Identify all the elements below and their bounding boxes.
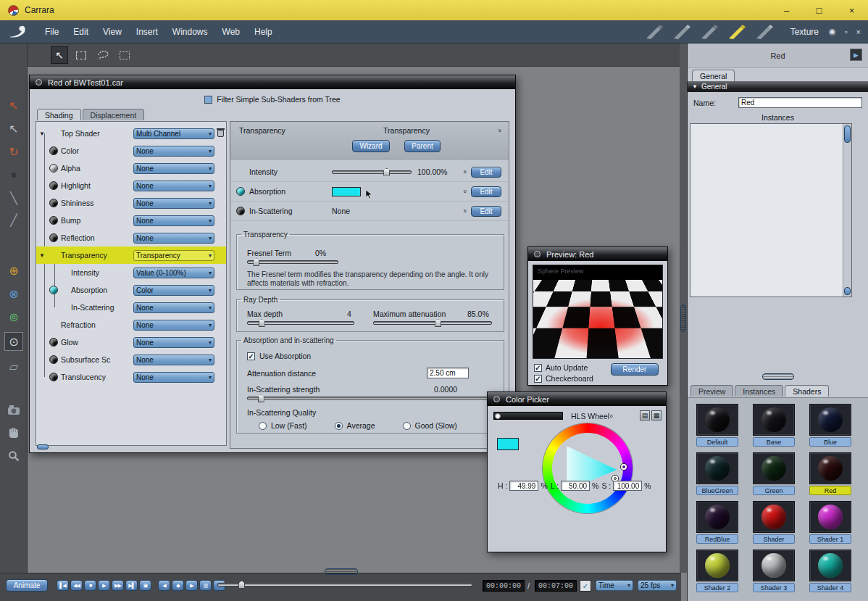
absorption-color-swatch[interactable] <box>332 187 361 196</box>
hue-marker[interactable] <box>621 464 627 470</box>
max-depth-slider[interactable] <box>247 321 354 325</box>
quality-option[interactable]: Good (Slow) <box>403 421 457 430</box>
tree-row[interactable]: ▼ Glow None▾ <box>36 333 226 351</box>
shader-label[interactable]: Red <box>809 486 851 495</box>
quality-option[interactable]: Average <box>335 421 375 430</box>
menu-item[interactable]: Help <box>247 27 280 37</box>
animate-button[interactable]: Animate <box>6 579 48 592</box>
tree-row-dropdown[interactable]: None▾ <box>133 215 214 226</box>
tab-general[interactable]: General <box>692 70 735 81</box>
use-absorption-checkbox[interactable]: ✓ <box>247 352 255 360</box>
tree-row[interactable]: ▼ Shininess None▾ <box>36 194 226 212</box>
shader-item[interactable]: Shader <box>753 501 795 544</box>
fresnel-slider[interactable] <box>247 260 338 264</box>
picker-mode-dropdown[interactable]: HLS Wheel » <box>569 410 635 421</box>
storyboard-room-icon[interactable] <box>699 23 721 41</box>
window-shade-button[interactable] <box>493 396 500 402</box>
window-shade-button[interactable] <box>36 79 42 86</box>
shader-label[interactable]: Blue <box>809 437 851 447</box>
camera-tool[interactable] <box>4 400 23 419</box>
preview-titlebar[interactable]: Preview: Red <box>528 247 667 261</box>
rotate-tool[interactable]: ↻ <box>4 142 23 161</box>
browser-tab[interactable]: Preview <box>690 385 733 397</box>
shader-item[interactable]: Blue <box>809 404 851 447</box>
inscattering-edit-button[interactable]: Edit <box>471 206 501 217</box>
tree-row-dropdown[interactable]: Multi Channel▾ <box>133 128 214 139</box>
tree-row-dropdown[interactable]: None▾ <box>133 181 214 191</box>
intensity-edit-button[interactable]: Edit <box>471 167 501 178</box>
tree-row[interactable]: ▼ Translucency None▾ <box>36 368 226 386</box>
hue-wheel[interactable] <box>543 423 633 513</box>
menu-item[interactable]: Insert <box>129 27 165 37</box>
radio-icon[interactable] <box>259 422 267 430</box>
timeline-scrubber[interactable] <box>217 583 472 587</box>
render-button[interactable]: Render <box>611 363 659 376</box>
chevron-down-icon[interactable]: » <box>461 170 468 173</box>
tree-row[interactable]: ▼ Bump None▾ <box>36 212 226 229</box>
minimize-button[interactable]: – <box>770 5 803 16</box>
maximize-button[interactable]: □ <box>803 5 835 16</box>
filter-subshaders-checkbox[interactable] <box>204 96 212 104</box>
auto-update-checkbox[interactable]: ✓ <box>534 364 542 372</box>
preview-image[interactable]: Sphere Preview <box>533 265 663 359</box>
expander-icon[interactable]: ▼ <box>39 252 49 259</box>
fps-dropdown[interactable]: 25 fps▾ <box>638 580 677 591</box>
menu-item[interactable]: View <box>96 27 129 37</box>
shader-label[interactable]: Shader 2 <box>696 583 738 592</box>
knife-tool[interactable]: ╱ <box>4 210 23 229</box>
menu-item[interactable]: Edit <box>66 27 96 37</box>
tree-row-dropdown[interactable]: None▾ <box>133 372 214 383</box>
timeline-mode-toggle[interactable]: ✓ <box>580 580 591 592</box>
tree-row-dropdown[interactable]: None▾ <box>133 233 214 244</box>
palette-button[interactable]: ▦ <box>651 410 662 420</box>
radio-icon[interactable] <box>335 422 343 430</box>
lasso-select-tool[interactable] <box>94 46 112 64</box>
shader-label[interactable]: Shader <box>753 534 795 544</box>
shader-item[interactable]: RedBlue <box>696 501 738 544</box>
tree-row-dropdown[interactable]: Value (0-100%)▾ <box>133 268 214 278</box>
current-time-field[interactable]: 00:00:00 <box>483 580 525 592</box>
general-section-bar[interactable]: ▼ General <box>688 81 868 92</box>
shader-name-input[interactable] <box>738 97 862 108</box>
shader-thumbnail[interactable] <box>809 404 851 436</box>
gizmo-rotate-tool[interactable]: ⊚ <box>4 307 23 326</box>
move-tool[interactable]: ↖ <box>4 119 23 138</box>
shader-item[interactable]: Green <box>753 452 795 495</box>
document-tab[interactable]: Shading <box>37 109 81 120</box>
tree-row-dropdown[interactable]: Transparency▾ <box>133 250 214 261</box>
shader-item[interactable]: Shader 3 <box>753 550 795 592</box>
stop-button[interactable]: ■ <box>84 580 96 591</box>
shader-label[interactable]: RedBlue <box>696 534 738 544</box>
chevron-down-icon[interactable]: » <box>461 189 468 193</box>
timeline-splitter-handle[interactable] <box>325 568 358 575</box>
pointer-tool[interactable]: ↖ <box>4 96 23 115</box>
gizmo-scale-tool[interactable]: ⊙ <box>4 332 23 351</box>
max-attenuation-slider[interactable] <box>373 321 492 325</box>
uv-paint-tool[interactable]: ▱ <box>4 357 23 376</box>
scrollbar-thumb[interactable] <box>844 125 851 143</box>
tree-row-dropdown[interactable]: None▾ <box>133 302 214 313</box>
prev-keyframe-button[interactable]: ◀ <box>158 580 170 591</box>
shader-thumbnail[interactable] <box>696 550 738 581</box>
shader-label[interactable]: Shader 3 <box>753 583 795 592</box>
tree-row[interactable]: ▼ Transparency Transparency▾ <box>36 246 226 264</box>
tree-row[interactable]: ▼ Color None▾ <box>36 142 226 159</box>
time-mode-dropdown[interactable]: Time▾ <box>596 580 633 591</box>
tree-row[interactable]: ▼ Absorption Color▾ <box>36 281 226 299</box>
panel-collapse-button[interactable]: ▶ <box>850 49 862 61</box>
browser-tab[interactable]: Instances <box>735 385 783 397</box>
shader-thumbnail[interactable] <box>809 501 851 533</box>
chevron-down-icon[interactable]: » <box>461 209 468 212</box>
splitter-handle[interactable] <box>680 304 686 332</box>
tree-row-dropdown[interactable]: None▾ <box>133 163 214 174</box>
shader-thumbnail[interactable] <box>696 452 738 484</box>
panel-splitter-handle[interactable] <box>762 373 794 380</box>
document-tab[interactable]: Displacement <box>83 109 145 120</box>
shader-item[interactable]: Shader 2 <box>696 550 738 592</box>
intensity-slider[interactable] <box>332 170 412 174</box>
tree-row-dropdown[interactable]: Color▾ <box>133 285 214 296</box>
assemble-room-icon[interactable] <box>644 23 666 41</box>
panel-close-icon[interactable]: × <box>856 28 861 36</box>
gizmo-universal-tool[interactable]: ⊕ <box>4 261 23 280</box>
close-button[interactable]: × <box>835 5 868 16</box>
